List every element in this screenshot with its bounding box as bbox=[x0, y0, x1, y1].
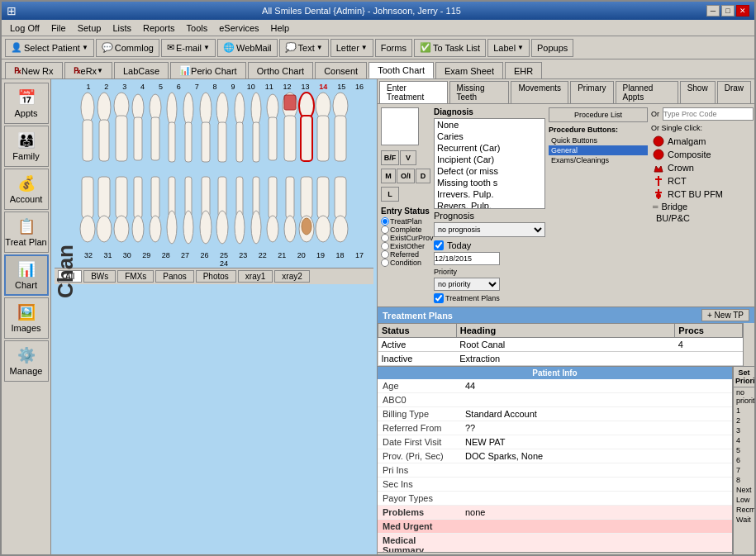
letter-button[interactable]: Letter ▼ bbox=[330, 39, 373, 57]
quick-crown[interactable]: Crown bbox=[651, 161, 754, 174]
tab-fmxs[interactable]: FMXs bbox=[117, 270, 154, 283]
menu-logoff[interactable]: Log Off bbox=[5, 21, 45, 35]
tab-bws[interactable]: BWs bbox=[83, 270, 116, 283]
tooth-30[interactable] bbox=[113, 173, 130, 247]
tp-scrollbar[interactable] bbox=[743, 323, 754, 366]
surf-bf-button[interactable]: B/F bbox=[381, 150, 399, 165]
commlog-button[interactable]: 💬 Commlog bbox=[96, 39, 159, 57]
tooth-26[interactable] bbox=[180, 173, 197, 247]
diagnosis-list[interactable]: None Caries Recurrent (Car) Incipient (C… bbox=[434, 118, 545, 209]
menu-lists[interactable]: Lists bbox=[107, 21, 136, 35]
priority-next[interactable]: Next bbox=[734, 485, 754, 495]
procedure-list-button[interactable]: Procedure List bbox=[549, 107, 648, 122]
menu-reports[interactable]: Reports bbox=[138, 21, 180, 35]
quick-composite[interactable]: Composite bbox=[651, 148, 754, 161]
priority-recmend[interactable]: Recmend bbox=[734, 505, 754, 515]
tooth-25[interactable] bbox=[197, 173, 214, 247]
priority-no-priority[interactable]: no priority bbox=[734, 387, 754, 406]
tab-new-rx[interactable]: ℞ New Rx bbox=[5, 62, 63, 78]
tooth-18[interactable] bbox=[315, 173, 331, 247]
status-existother[interactable]: ExistOther bbox=[381, 242, 430, 250]
tab-primary[interactable]: Primary bbox=[570, 81, 613, 103]
tooth-23[interactable] bbox=[231, 173, 248, 247]
status-existcurprov[interactable]: ExistCurProv bbox=[381, 234, 430, 242]
tooth-17[interactable] bbox=[332, 173, 349, 247]
priority-wait[interactable]: Wait bbox=[734, 515, 754, 525]
sidebar-images[interactable]: 🖼️ Images bbox=[4, 297, 49, 339]
surf-m-button[interactable]: M bbox=[381, 169, 396, 183]
tooth-3[interactable] bbox=[113, 91, 130, 165]
tab-perio-chart[interactable]: 📊 Perio Chart bbox=[170, 62, 246, 78]
sidebar-treat-plan[interactable]: 📋 Treat Plan bbox=[4, 211, 49, 253]
tab-ortho-chart[interactable]: Ortho Chart bbox=[248, 62, 313, 78]
proc-code-input[interactable] bbox=[663, 107, 754, 121]
tooth-22[interactable] bbox=[248, 173, 264, 247]
tab-draw[interactable]: Draw bbox=[717, 81, 751, 103]
forms-button[interactable]: Forms bbox=[375, 39, 412, 57]
tooth-16[interactable] bbox=[332, 91, 349, 165]
tab-erx[interactable]: ℞ eRx ▼ bbox=[64, 62, 112, 78]
quick-bridge[interactable]: ═ Bridge bbox=[651, 201, 754, 212]
tab-planned-appts[interactable]: Planned Appts bbox=[616, 81, 678, 103]
tab-panos[interactable]: Panos bbox=[155, 270, 193, 283]
priority-8[interactable]: 8 bbox=[734, 475, 754, 485]
menu-tools[interactable]: Tools bbox=[182, 21, 213, 35]
tooth-31[interactable] bbox=[96, 173, 112, 247]
text-button[interactable]: 💭 Text ▼ bbox=[279, 39, 329, 57]
tab-enter-treatment[interactable]: Enter Treatment bbox=[379, 81, 448, 103]
priority-4[interactable]: 4 bbox=[734, 435, 754, 445]
task-list-button[interactable]: ✅ To Task List bbox=[414, 39, 486, 57]
tooth-24[interactable] bbox=[214, 173, 231, 247]
tp-row-root-canal[interactable]: Active Root Canal 4 bbox=[378, 338, 743, 352]
tooth-11[interactable] bbox=[248, 91, 264, 165]
status-referred[interactable]: Referred bbox=[381, 250, 430, 259]
new-tp-button[interactable]: + New TP bbox=[701, 309, 749, 321]
quick-bu-pac[interactable]: BU/P&C bbox=[651, 212, 754, 224]
tooth-4[interactable] bbox=[130, 91, 146, 165]
treatment-plans-checkbox[interactable] bbox=[434, 293, 444, 303]
sidebar-account[interactable]: 💰 Account bbox=[4, 169, 49, 210]
tab-xray1[interactable]: xray1 bbox=[238, 270, 273, 283]
maximize-button[interactable]: □ bbox=[721, 5, 735, 17]
tooth-21[interactable] bbox=[264, 173, 281, 247]
proc-quick-buttons[interactable]: Quick Buttons bbox=[549, 135, 648, 145]
tooth-7[interactable] bbox=[180, 91, 197, 165]
tab-movements[interactable]: Movements bbox=[511, 81, 568, 103]
priority-5[interactable]: 5 bbox=[734, 445, 754, 455]
minimize-button[interactable]: ─ bbox=[706, 5, 720, 17]
label-button[interactable]: Label ▼ bbox=[487, 39, 530, 57]
tab-show[interactable]: Show bbox=[680, 81, 716, 103]
sidebar-family[interactable]: 👨‍👩‍👧 Family bbox=[4, 126, 49, 167]
tab-photos[interactable]: Photos bbox=[196, 270, 236, 283]
sidebar-manage[interactable]: ⚙️ Manage bbox=[4, 340, 49, 382]
tab-tooth-chart[interactable]: Tooth Chart bbox=[368, 62, 434, 78]
select-patient-button[interactable]: 👤 Select Patient ▼ bbox=[5, 39, 94, 57]
tooth-20[interactable] bbox=[282, 173, 298, 247]
tp-row-extraction[interactable]: Inactive Extraction bbox=[378, 352, 743, 366]
status-complete[interactable]: Complete bbox=[381, 226, 430, 234]
tooth-13[interactable] bbox=[282, 91, 298, 165]
quick-amalgam[interactable]: Amalgam bbox=[651, 135, 754, 148]
tooth-29[interactable] bbox=[130, 173, 146, 247]
tooth-1[interactable] bbox=[79, 91, 96, 165]
tab-consent[interactable]: Consent bbox=[315, 62, 367, 78]
tooth-6[interactable] bbox=[164, 91, 180, 165]
tab-xray2[interactable]: xray2 bbox=[274, 270, 309, 283]
tooth-8[interactable] bbox=[197, 91, 214, 165]
tooth-12[interactable] bbox=[264, 91, 281, 165]
tooth-14[interactable] bbox=[298, 91, 315, 165]
prognosis-select[interactable]: no prognosis bbox=[434, 222, 545, 237]
popups-button[interactable]: Popups bbox=[531, 39, 573, 57]
sidebar-chart[interactable]: 📊 Chart bbox=[4, 254, 49, 296]
surf-oi-button[interactable]: O/I bbox=[397, 169, 415, 183]
close-button[interactable]: ✕ bbox=[736, 5, 749, 17]
today-checkbox[interactable] bbox=[434, 240, 444, 250]
date-input[interactable] bbox=[434, 252, 500, 265]
tooth-5[interactable] bbox=[147, 91, 164, 165]
quick-rct-bu-pfm[interactable]: RCT BU PFM bbox=[651, 188, 754, 201]
tooth-19[interactable] bbox=[298, 173, 315, 247]
priority-dropdown[interactable]: no priority bbox=[434, 278, 500, 291]
tab-missing-teeth[interactable]: Missing Teeth bbox=[449, 81, 510, 103]
menu-setup[interactable]: Setup bbox=[73, 21, 107, 35]
priority-6[interactable]: 6 bbox=[734, 455, 754, 465]
